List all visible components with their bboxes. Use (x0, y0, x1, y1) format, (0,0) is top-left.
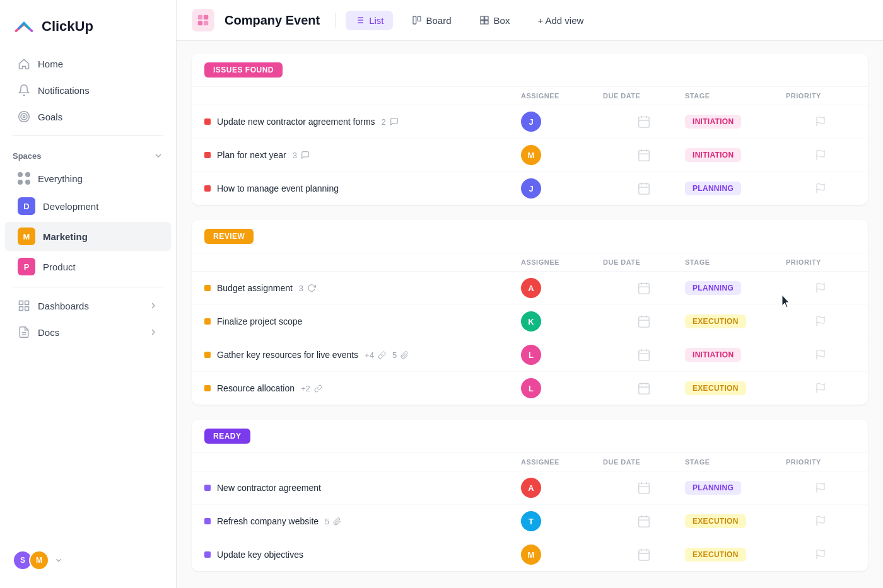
due-date-cell[interactable] (603, 182, 685, 195)
calendar-icon (637, 281, 651, 295)
due-date-cell[interactable] (603, 548, 685, 562)
nav-home[interactable]: Home (5, 51, 171, 76)
col-stage: STAGE (685, 92, 786, 100)
stage-cell[interactable]: EXECUTION (685, 514, 786, 528)
stage-badge: EXECUTION (685, 514, 746, 528)
priority-cell[interactable] (786, 383, 855, 394)
stage-cell[interactable]: PLANNING (685, 281, 786, 295)
table-row[interactable]: Update new contractor agreement forms 2 … (192, 105, 868, 139)
table-row[interactable]: Resource allocation +2 L EXECUTION (192, 372, 868, 405)
due-date-cell[interactable] (603, 348, 685, 362)
task-meta-link: +4 (365, 350, 386, 360)
chevron-down-user-icon (54, 556, 63, 565)
nav-goals[interactable]: Goals (5, 104, 171, 129)
task-dot (204, 152, 211, 158)
task-avatar: M (521, 145, 541, 165)
table-row[interactable]: Budget assignment 3 A PLANNING (192, 272, 868, 305)
task-meta-paperclip: 5 (325, 517, 341, 526)
sidebar-item-everything[interactable]: Everything (5, 166, 171, 190)
due-date-cell[interactable] (603, 314, 685, 328)
sidebar-user-area[interactable]: S M (0, 543, 176, 578)
task-avatar: L (521, 378, 541, 398)
task-meta-chat: 3 (293, 151, 310, 160)
task-name-cell: Plan for next year 3 (204, 150, 521, 160)
col-task (204, 258, 521, 266)
table-row[interactable]: Plan for next year 3 M INITIATION (192, 139, 868, 172)
table-row[interactable]: Finalize project scope K EXECUTION (192, 305, 868, 338)
dashboard-icon (18, 299, 30, 312)
due-date-cell[interactable] (603, 514, 685, 528)
col-due-date: DUE DATE (603, 258, 685, 266)
table-row[interactable]: Update key objectives M EXECUTION (192, 538, 868, 571)
chevron-down-icon (153, 151, 163, 161)
priority-cell[interactable] (786, 282, 855, 294)
docs-label: Docs (38, 327, 59, 338)
stage-cell[interactable]: EXECUTION (685, 548, 786, 562)
flag-icon (815, 116, 826, 127)
priority-cell[interactable] (786, 516, 855, 527)
svg-rect-24 (481, 21, 484, 24)
stage-cell[interactable]: EXECUTION (685, 314, 786, 328)
sidebar-item-marketing[interactable]: M Marketing (5, 222, 171, 251)
task-meta-extra: +2 (301, 384, 322, 393)
group-header: REVIEW (192, 220, 868, 253)
priority-cell[interactable] (786, 316, 855, 327)
sidebar-item-product[interactable]: P Product (5, 252, 171, 281)
col-priority: PRIORITY (786, 458, 855, 466)
stage-cell[interactable]: INITIATION (685, 115, 786, 129)
due-date-cell[interactable] (603, 148, 685, 162)
group-badge: ISSUES FOUND (204, 62, 283, 78)
topbar-divider (335, 13, 336, 28)
due-date-cell[interactable] (603, 481, 685, 495)
target-icon (18, 110, 30, 123)
sidebar-item-development[interactable]: D Development (5, 192, 171, 221)
assignee-cell: A (521, 278, 603, 298)
priority-cell[interactable] (786, 116, 855, 127)
sidebar-item-docs[interactable]: Docs (5, 320, 171, 345)
due-date-cell[interactable] (603, 381, 685, 395)
tab-list[interactable]: List (346, 11, 392, 30)
table-row[interactable]: Refresh company website 5 T EXECUTION (192, 505, 868, 538)
col-assignee: ASSIGNEE (521, 458, 603, 466)
task-dot (204, 551, 211, 558)
table-row[interactable]: Gather key resources for live events +4 … (192, 338, 868, 372)
due-date-cell[interactable] (603, 115, 685, 129)
stage-cell[interactable]: PLANNING (685, 481, 786, 495)
priority-cell[interactable] (786, 183, 855, 194)
due-date-cell[interactable] (603, 281, 685, 295)
priority-cell[interactable] (786, 482, 855, 493)
group-badge: REVIEW (204, 229, 254, 244)
task-name-cell: New contractor agreement (204, 483, 521, 493)
table-row[interactable]: How to manage event planning J PLANNING (192, 172, 868, 205)
column-headers: ASSIGNEE DUE DATE STAGE PRIORITY (192, 253, 868, 272)
stage-cell[interactable]: INITIATION (685, 348, 786, 362)
priority-cell[interactable] (786, 549, 855, 560)
assignee-cell: M (521, 145, 603, 165)
stage-cell[interactable]: INITIATION (685, 148, 786, 162)
table-row[interactable]: New contractor agreement A PLANNING (192, 471, 868, 505)
svg-rect-12 (198, 21, 202, 25)
calendar-icon (637, 115, 651, 129)
grid-icon (18, 172, 30, 185)
tab-board[interactable]: Board (403, 11, 460, 30)
tab-box[interactable]: Box (471, 11, 519, 30)
sidebar-divider-1 (13, 135, 163, 135)
stage-cell[interactable]: PLANNING (685, 182, 786, 195)
task-name: Finalize project scope (217, 316, 302, 326)
task-name-cell: Update key objectives (204, 550, 521, 560)
chat-icon (390, 117, 399, 126)
add-view-button[interactable]: + Add view (529, 11, 592, 30)
priority-cell[interactable] (786, 149, 855, 161)
spaces-label: Spaces (13, 151, 42, 161)
board-icon (412, 15, 422, 25)
priority-cell[interactable] (786, 349, 855, 360)
task-avatar: L (521, 345, 541, 365)
nav-notifications-label: Notifications (38, 85, 90, 96)
nav-notifications[interactable]: Notifications (5, 78, 171, 103)
sidebar-item-product-label: Product (43, 262, 76, 272)
sidebar-item-dashboards[interactable]: Dashboards (5, 293, 171, 318)
stage-badge: PLANNING (685, 481, 741, 495)
sidebar-item-marketing-label: Marketing (43, 231, 88, 242)
stage-cell[interactable]: EXECUTION (685, 381, 786, 395)
task-name-cell: Update new contractor agreement forms 2 (204, 117, 521, 127)
